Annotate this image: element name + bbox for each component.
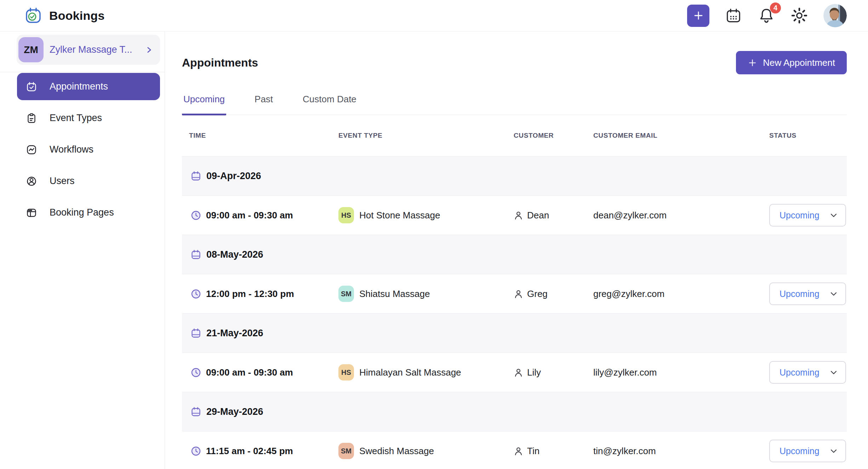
appointment-row[interactable]: 11:15 am - 02:45 pm SM Swedish Massage T… — [182, 431, 847, 469]
person-icon — [514, 446, 523, 456]
person-icon — [514, 368, 523, 377]
plus-icon — [748, 58, 757, 68]
sidebar-nav: Appointments Event Types — [0, 73, 165, 226]
group-date: 08-May-2026 — [206, 249, 263, 260]
appointment-time: 09:00 am - 09:30 am — [206, 367, 293, 378]
event-type-badge: HS — [338, 364, 354, 381]
app-title: Bookings — [49, 9, 105, 23]
calendar-date-icon — [190, 328, 201, 339]
chevron-down-icon — [829, 368, 838, 377]
plus-icon — [693, 10, 704, 21]
group-date: 09-Apr-2026 — [206, 171, 261, 182]
tab-custom-date[interactable]: Custom Date — [301, 86, 358, 115]
calendar-check-icon — [26, 81, 37, 92]
user-circle-icon — [26, 176, 37, 187]
sidebar: ZM Zylker Massage T... Appointments — [0, 32, 165, 469]
appointment-time: 12:00 pm - 12:30 pm — [206, 288, 294, 299]
calendar-icon — [725, 7, 742, 24]
brand: Bookings — [24, 7, 105, 24]
status-dropdown[interactable]: Upcoming — [769, 282, 846, 305]
status-dropdown[interactable]: Upcoming — [769, 204, 846, 227]
gear-icon — [791, 7, 808, 24]
date-group-row: 09-Apr-2026 — [182, 156, 847, 195]
calendar-date-icon — [190, 406, 201, 417]
sidebar-item-event-types[interactable]: Event Types — [17, 104, 160, 132]
event-type-badge: SM — [338, 286, 354, 302]
customer-name: Tin — [527, 446, 539, 457]
column-header-customer: CUSTOMER — [514, 132, 593, 139]
sidebar-item-booking-pages[interactable]: Booking Pages — [17, 199, 160, 226]
calendar-date-icon — [190, 249, 201, 260]
customer-name: Lily — [527, 367, 541, 378]
group-date: 29-May-2026 — [206, 406, 263, 417]
bookings-app: Bookings — [0, 0, 868, 469]
sidebar-item-users[interactable]: Users — [17, 167, 160, 195]
top-bar: Bookings — [0, 0, 868, 32]
event-type-name: Himalayan Salt Massage — [359, 367, 461, 378]
sidebar-item-label: Event Types — [50, 113, 102, 124]
topbar-actions: 4 — [687, 4, 847, 27]
column-header-time: TIME — [182, 132, 338, 139]
appointment-time: 11:15 am - 02:45 pm — [206, 446, 293, 457]
sidebar-item-label: Appointments — [50, 81, 108, 92]
chevron-down-icon — [829, 211, 838, 220]
main-content: Appointments New Appointment Upcoming Pa… — [165, 32, 868, 469]
browser-layout-icon — [26, 207, 37, 218]
sidebar-divider — [0, 72, 165, 72]
table-header: TIME EVENT TYPE CUSTOMER CUSTOMER EMAIL … — [182, 115, 847, 156]
person-icon — [514, 289, 523, 299]
chevron-down-icon — [829, 446, 838, 456]
customer-name: Dean — [527, 210, 549, 221]
page-title: Appointments — [182, 56, 258, 69]
group-date: 21-May-2026 — [206, 328, 263, 339]
event-type-name: Shiatsu Massage — [359, 288, 430, 299]
tab-upcoming[interactable]: Upcoming — [182, 86, 226, 115]
appointment-time: 09:00 am - 09:30 am — [206, 210, 293, 221]
sidebar-item-label: Users — [50, 176, 75, 187]
customer-email: lily@zylker.com — [593, 367, 769, 378]
appointments-tabs: Upcoming Past Custom Date — [182, 86, 847, 115]
notifications-button[interactable]: 4 — [758, 7, 775, 24]
status-dropdown[interactable]: Upcoming — [769, 361, 846, 384]
team-initials-badge: ZM — [18, 37, 44, 62]
customer-name: Greg — [527, 288, 548, 299]
settings-button[interactable] — [791, 7, 808, 24]
date-group-row: 08-May-2026 — [182, 235, 847, 274]
sidebar-item-label: Workflows — [50, 144, 93, 155]
bookings-logo-icon — [24, 7, 42, 24]
column-header-event-type: EVENT TYPE — [338, 132, 514, 139]
clock-icon — [190, 367, 201, 378]
sidebar-item-workflows[interactable]: Workflows — [17, 136, 160, 163]
clock-icon — [190, 446, 201, 457]
sidebar-item-label: Booking Pages — [50, 207, 114, 218]
quick-add-button[interactable] — [687, 5, 709, 27]
date-group-row: 29-May-2026 — [182, 392, 847, 431]
clipboard-icon — [26, 113, 37, 124]
customer-email: greg@zylker.com — [593, 288, 769, 299]
clock-icon — [190, 288, 201, 299]
column-header-status: STATUS — [769, 132, 847, 139]
chevron-right-icon — [144, 45, 154, 55]
calendar-button[interactable] — [725, 7, 742, 24]
new-appointment-button[interactable]: New Appointment — [736, 51, 847, 74]
appointment-row[interactable]: 09:00 am - 09:30 am HS Himalayan Salt Ma… — [182, 353, 847, 392]
customer-email: tin@zylker.com — [593, 446, 769, 457]
column-header-customer-email: CUSTOMER EMAIL — [593, 132, 769, 139]
user-avatar[interactable] — [823, 4, 847, 27]
appointment-row[interactable]: 12:00 pm - 12:30 pm SM Shiatsu Massage G… — [182, 274, 847, 313]
customer-email: dean@zylker.com — [593, 210, 769, 221]
team-switcher[interactable]: ZM Zylker Massage T... — [17, 35, 160, 65]
appointment-row[interactable]: 09:00 am - 09:30 am HS Hot Stone Massage… — [182, 195, 847, 235]
notification-count-badge: 4 — [770, 2, 781, 13]
clock-icon — [190, 210, 201, 221]
sidebar-item-appointments[interactable]: Appointments — [17, 73, 160, 100]
event-type-badge: SM — [338, 443, 354, 459]
event-type-name: Swedish Massage — [359, 446, 434, 457]
person-icon — [514, 211, 523, 220]
tab-past[interactable]: Past — [253, 86, 274, 115]
status-dropdown[interactable]: Upcoming — [769, 440, 846, 462]
chevron-down-icon — [829, 289, 838, 298]
date-group-row: 21-May-2026 — [182, 313, 847, 353]
pulse-icon — [26, 144, 37, 155]
calendar-date-icon — [190, 171, 201, 182]
